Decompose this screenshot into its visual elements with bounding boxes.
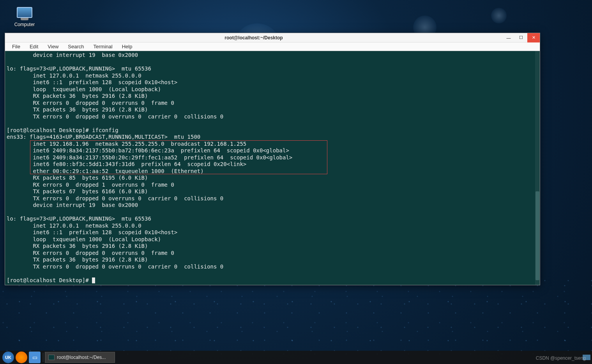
csdn-watermark: CSDN @spencer_tseng xyxy=(536,355,586,361)
menu-help[interactable]: Help xyxy=(117,43,137,50)
terminal-line: TX packets 36 bytes 2916 (2.8 KiB) xyxy=(7,106,538,113)
terminal-scrollbar[interactable] xyxy=(535,51,540,285)
terminal-line: inet6 2409:8a34:2137:55b0:20c:29ff:fec1:… xyxy=(7,154,538,161)
terminal-line: TX packets 36 bytes 2916 (2.8 KiB) xyxy=(7,256,538,263)
terminal-line: inet6 ::1 prefixlen 128 scopeid 0x10<hos… xyxy=(7,79,538,86)
terminal-line: RX errors 0 dropped 0 overruns 0 frame 0 xyxy=(7,250,538,257)
terminal-line: RX packets 36 bytes 2916 (2.8 KiB) xyxy=(7,243,538,250)
terminal-line: device interrupt 19 base 0x2000 xyxy=(7,202,538,209)
terminal-line: TX errors 0 dropped 0 overruns 0 carrier… xyxy=(7,113,538,120)
desktop-computer-icon[interactable]: Computer xyxy=(11,7,38,27)
terminal-line: [root@localhost Desktop]# ifconfig xyxy=(7,127,538,134)
window-title: root@localhost:~/Desktop xyxy=(5,35,502,41)
menu-file[interactable]: File xyxy=(7,43,25,50)
terminal-line: RX packets 85 bytes 6195 (6.0 KiB) xyxy=(7,175,538,182)
menu-terminal[interactable]: Terminal xyxy=(89,43,117,50)
terminal-line: loop txqueuelen 1000 (Local Loopback) xyxy=(7,236,538,243)
start-menu-button[interactable]: UK xyxy=(2,352,14,363)
terminal-line: RX errors 0 dropped 0 overruns 0 frame 0 xyxy=(7,100,538,107)
terminal-line: inet 127.0.0.1 netmask 255.0.0.0 xyxy=(7,223,538,230)
close-button[interactable]: ✕ xyxy=(527,33,540,42)
terminal-line xyxy=(7,209,538,216)
terminal-line: ens33: flags=4163<UP,BROADCAST,RUNNING,M… xyxy=(7,134,538,141)
terminal-line xyxy=(7,270,538,277)
terminal-line: inet6 fe80::bf3c:5dd1:343f:31d6 prefixle… xyxy=(7,161,538,168)
menu-view[interactable]: View xyxy=(43,43,63,50)
maximize-button[interactable]: ☐ xyxy=(515,33,527,42)
taskbar: UK ▭ root@localhost:~/Des... xyxy=(0,351,592,364)
terminal-line: device interrupt 19 base 0x2000 xyxy=(7,52,538,59)
terminal-line: [root@localhost Desktop]# xyxy=(7,277,538,284)
terminal-cursor xyxy=(92,277,95,283)
wallpaper-flare xyxy=(491,8,507,23)
terminal-line: lo: flags=73<UP,LOOPBACK,RUNNING> mtu 65… xyxy=(7,216,538,223)
taskbar-item-label: root@localhost:~/Des... xyxy=(57,355,106,360)
terminal-line: inet6 ::1 prefixlen 128 scopeid 0x10<hos… xyxy=(7,229,538,236)
terminal-icon xyxy=(48,355,55,360)
terminal-line: inet 192.168.1.96 netmask 255.255.255.0 … xyxy=(7,141,538,148)
window-titlebar[interactable]: root@localhost:~/Desktop — ☐ ✕ xyxy=(5,33,540,42)
menu-edit[interactable]: Edit xyxy=(25,43,43,50)
terminal-line: inet6 2409:8a34:2137:55b0:ba72:f0b6:6ec:… xyxy=(7,147,538,154)
terminal-line: TX errors 0 dropped 0 overruns 0 carrier… xyxy=(7,195,538,202)
files-launcher-icon[interactable]: ▭ xyxy=(29,352,41,363)
monitor-icon xyxy=(17,7,32,18)
desktop-icon-label: Computer xyxy=(11,22,38,27)
terminal-line: RX errors 0 dropped 1 overruns 0 frame 0 xyxy=(7,182,538,189)
taskbar-terminal-item[interactable]: root@localhost:~/Des... xyxy=(45,352,115,363)
menu-search[interactable]: Search xyxy=(63,43,88,50)
terminal-line: RX packets 36 bytes 2916 (2.8 KiB) xyxy=(7,93,538,100)
menu-bar: File Edit View Search Terminal Help xyxy=(5,42,540,51)
terminal-line: TX packets 67 bytes 6166 (6.0 KiB) xyxy=(7,188,538,195)
firefox-launcher-icon[interactable] xyxy=(16,352,27,363)
terminal-line: TX errors 0 dropped 0 overruns 0 carrier… xyxy=(7,263,538,270)
taskbar-separator xyxy=(43,353,43,362)
minimize-button[interactable]: — xyxy=(502,33,515,42)
terminal-line: inet 127.0.0.1 netmask 255.0.0.0 xyxy=(7,72,538,80)
scrollbar-thumb[interactable] xyxy=(535,191,539,280)
terminal-line: lo: flags=73<UP,LOOPBACK,RUNNING> mtu 65… xyxy=(7,65,538,72)
terminal-line xyxy=(7,59,538,66)
window-controls: — ☐ ✕ xyxy=(502,33,540,42)
terminal-line xyxy=(7,120,538,127)
terminal-line: ether 00:0c:29:c1:aa:52 txqueuelen 1000 … xyxy=(7,168,538,175)
terminal-line: loop txqueuelen 1000 (Local Loopback) xyxy=(7,86,538,93)
terminal-output[interactable]: device interrupt 19 base 0x2000 lo: flag… xyxy=(5,51,540,285)
terminal-window: root@localhost:~/Desktop — ☐ ✕ File Edit… xyxy=(5,33,540,285)
